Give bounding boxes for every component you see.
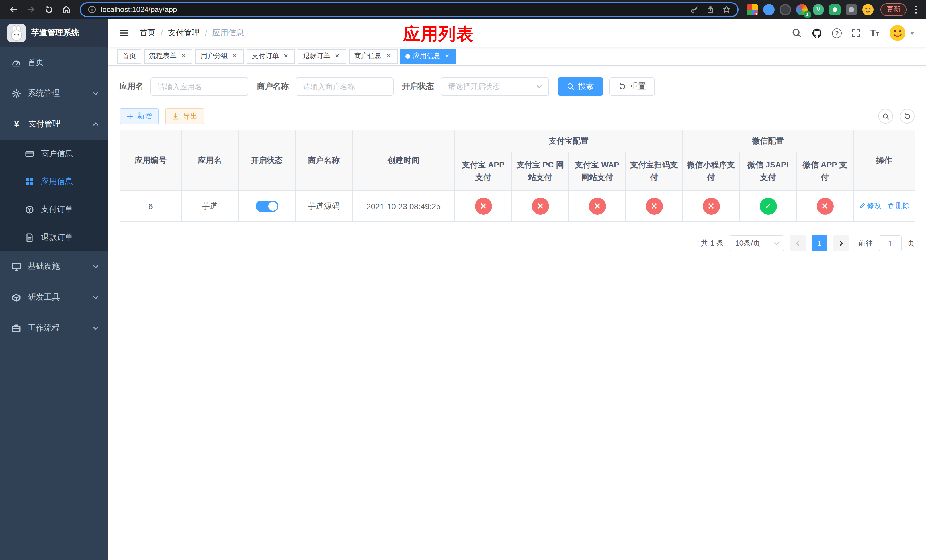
cell-alipay-wap: [569, 191, 626, 221]
sidebar-item-refund-orders[interactable]: 退款订单: [0, 223, 108, 251]
close-icon[interactable]: ×: [179, 52, 188, 60]
edit-button[interactable]: 修改: [858, 201, 881, 211]
status-select-placeholder: 请选择开启状态: [448, 82, 500, 92]
sidebar-item-workflow[interactable]: 工作流程: [0, 313, 108, 344]
user-menu[interactable]: [889, 24, 915, 42]
goto-label: 前往: [858, 238, 873, 248]
chevron-down-icon: [536, 83, 543, 90]
browser-menu-button[interactable]: [910, 5, 921, 14]
pencil-icon: [858, 203, 865, 209]
close-icon[interactable]: ×: [443, 52, 451, 60]
cross-circle-icon: [816, 197, 834, 215]
chevron-left-icon: [794, 240, 801, 247]
page-number-1[interactable]: 1: [811, 235, 828, 251]
refresh-table-button[interactable]: [900, 109, 915, 124]
page-size-select[interactable]: 10条/页: [729, 235, 784, 251]
github-icon[interactable]: [811, 28, 822, 38]
app-name-input[interactable]: [150, 77, 248, 96]
merchant-name-input[interactable]: [295, 77, 393, 96]
col-header-alipay-app: 支付宝 APP 支付: [455, 152, 512, 191]
sidebar-item-dev-tools[interactable]: 研发工具: [0, 282, 108, 313]
breadcrumb-home[interactable]: 首页: [139, 28, 156, 38]
fullscreen-icon[interactable]: [851, 29, 861, 38]
sidebar-item-home[interactable]: 首页: [0, 47, 108, 78]
tab-refund-orders[interactable]: 退款订单×: [298, 49, 346, 64]
breadcrumb-payment[interactable]: 支付管理: [168, 28, 200, 38]
tab-app-info-active[interactable]: 应用信息×: [400, 49, 456, 64]
breadcrumb-current: 应用信息: [212, 28, 244, 38]
extension-icon-8[interactable]: [862, 4, 874, 15]
extension-icon-4[interactable]: 1: [796, 4, 808, 15]
reset-button[interactable]: 重置: [609, 77, 655, 96]
cross-circle-icon: [646, 197, 663, 215]
col-header-app-name: 应用名: [182, 130, 238, 191]
page-content: 应用名 商户名称 开启状态 请选择开启状态: [108, 65, 926, 560]
cell-status: [238, 191, 295, 221]
plus-icon: [126, 112, 134, 120]
extension-icon-5[interactable]: V: [813, 4, 824, 15]
col-header-wechat-jsapi: 微信 JSAPI 支付: [740, 152, 796, 191]
export-button[interactable]: 导出: [165, 108, 204, 124]
extension-icon-6[interactable]: [829, 4, 841, 15]
chevron-down-icon: [92, 294, 99, 301]
address-bar[interactable]: localhost:1024/pay/app: [80, 2, 738, 17]
key-icon[interactable]: [690, 5, 699, 14]
app-name-label: 应用名: [120, 82, 144, 92]
browser-update-button[interactable]: 更新: [881, 3, 906, 16]
search-icon[interactable]: [791, 28, 802, 38]
avatar: [889, 24, 906, 42]
add-button[interactable]: 新增: [120, 108, 159, 124]
close-icon[interactable]: ×: [333, 52, 341, 60]
hide-search-button[interactable]: [878, 109, 893, 124]
status-toggle[interactable]: [256, 200, 278, 212]
main-area: 首页 / 支付管理 / 应用信息 应用列表 ? TT: [108, 19, 926, 560]
cross-circle-icon: [532, 197, 549, 215]
extension-icon-3[interactable]: [780, 4, 791, 15]
bookmark-star-icon[interactable]: [722, 5, 731, 14]
search-button[interactable]: 搜索: [558, 77, 603, 96]
sidebar-item-payment-orders[interactable]: 支付订单: [0, 195, 108, 223]
status-select[interactable]: 请选择开启状态: [441, 77, 549, 96]
sidebar-item-label: 工作流程: [28, 323, 85, 333]
share-icon[interactable]: [706, 5, 715, 14]
tab-merchant-info[interactable]: 商户信息×: [349, 49, 398, 64]
sidebar-item-payment[interactable]: ¥ 支付管理: [0, 109, 108, 139]
goto-page-input[interactable]: [879, 235, 902, 251]
close-icon[interactable]: ×: [231, 52, 239, 60]
sidebar-logo: 芋道管理系统: [0, 19, 108, 47]
cross-circle-icon: [589, 197, 606, 215]
col-header-wechat-app: 微信 APP 支付: [796, 152, 853, 191]
sidebar-toggle-button[interactable]: [117, 26, 132, 41]
extension-icon-1[interactable]: 10: [747, 4, 758, 15]
cross-circle-icon: [475, 197, 492, 215]
tab-home[interactable]: 首页: [117, 49, 141, 64]
browser-home-button[interactable]: [59, 2, 74, 17]
tab-label: 用户分组: [200, 51, 228, 61]
next-page-button[interactable]: [833, 235, 849, 251]
sidebar-item-app-info[interactable]: 应用信息: [0, 168, 108, 195]
sidebar-item-merchant-info[interactable]: 商户信息: [0, 139, 108, 168]
col-group-alipay: 支付宝配置: [455, 130, 682, 152]
tab-process-form[interactable]: 流程表单×: [144, 49, 192, 64]
tab-payment-orders[interactable]: 支付订单×: [247, 49, 295, 64]
url-text: localhost:1024/pay/app: [101, 5, 177, 14]
sidebar-item-label: 商户信息: [41, 148, 73, 159]
prev-page-button[interactable]: [790, 235, 806, 251]
sidebar-item-infrastructure[interactable]: 基础设施: [0, 251, 108, 282]
browser-forward-button[interactable]: [23, 2, 39, 17]
extension-icon-2[interactable]: [763, 4, 775, 15]
tab-user-group[interactable]: 用户分组×: [195, 49, 244, 64]
active-dot: [406, 54, 410, 58]
close-icon[interactable]: ×: [282, 52, 290, 60]
font-size-icon[interactable]: TT: [870, 29, 879, 38]
sidebar-item-system[interactable]: 系统管理: [0, 78, 108, 109]
close-icon[interactable]: ×: [384, 52, 392, 60]
sidebar-item-label: 支付订单: [41, 204, 73, 215]
filter-app-name: 应用名: [120, 77, 248, 96]
browser-reload-button[interactable]: [41, 2, 56, 17]
tab-label: 流程表单: [149, 51, 177, 61]
extension-icon-7[interactable]: [846, 4, 857, 15]
help-icon[interactable]: ?: [832, 28, 842, 38]
browser-back-button[interactable]: [6, 2, 21, 17]
delete-button[interactable]: 删除: [887, 201, 910, 211]
